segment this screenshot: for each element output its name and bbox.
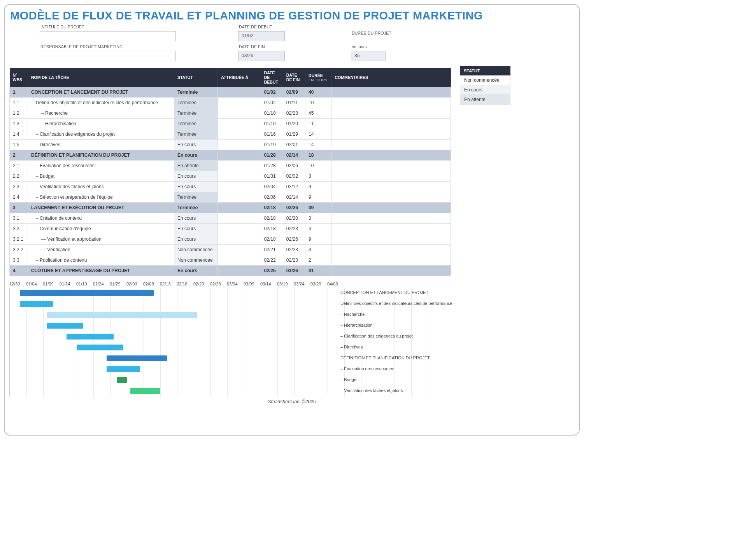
cell-start[interactable]: 01/19 xyxy=(261,140,283,150)
cell-end[interactable]: 02/23 xyxy=(283,108,305,119)
gantt-bar[interactable] xyxy=(67,334,113,340)
cell-status[interactable]: En attente xyxy=(174,161,217,171)
table-row[interactable]: 1,3– HiérarchisationTerminée01/1001/2011 xyxy=(10,119,451,129)
cell-status[interactable]: En cours xyxy=(174,171,217,182)
cell-end[interactable]: 02/12 xyxy=(283,182,305,192)
cell-status[interactable]: Non commencée xyxy=(174,245,217,255)
cell-assigned[interactable] xyxy=(218,182,261,192)
cell-status[interactable]: En cours xyxy=(174,234,217,245)
cell-status[interactable]: En cours xyxy=(174,224,217,234)
cell-start[interactable]: 02/21 xyxy=(261,245,283,255)
table-row[interactable]: 1,5– DirectivesEn cours01/1902/0114 xyxy=(10,140,451,150)
cell-status[interactable]: Non commencée xyxy=(174,255,217,266)
cell-comments[interactable] xyxy=(331,245,451,255)
cell-end[interactable]: 02/23 xyxy=(283,245,305,255)
cell-end[interactable]: 02/06 xyxy=(283,161,305,171)
cell-assigned[interactable] xyxy=(218,161,261,171)
field-project-name[interactable] xyxy=(40,31,176,41)
table-row[interactable]: 1CONCEPTION ET LANCEMENT DU PROJETTermin… xyxy=(10,87,451,98)
cell-comments[interactable] xyxy=(331,266,451,276)
cell-end[interactable]: 03/26 xyxy=(283,266,305,276)
cell-status[interactable]: Terminée xyxy=(174,119,217,129)
cell-comments[interactable] xyxy=(331,203,451,213)
gantt-bar[interactable] xyxy=(117,377,127,383)
field-manager[interactable] xyxy=(40,51,176,61)
cell-start[interactable]: 01/28 xyxy=(261,150,283,161)
gantt-bar[interactable] xyxy=(107,355,167,361)
cell-status[interactable]: En cours xyxy=(174,266,217,276)
gantt-bar[interactable] xyxy=(47,323,84,329)
gantt-bar[interactable] xyxy=(77,345,123,350)
cell-comments[interactable] xyxy=(331,108,451,119)
table-row[interactable]: 3.2.1— Vérification et approbationEn cou… xyxy=(10,234,451,245)
cell-assigned[interactable] xyxy=(218,108,261,119)
cell-status[interactable]: En cours xyxy=(174,182,217,192)
cell-end[interactable]: 02/23 xyxy=(283,255,305,266)
cell-comments[interactable] xyxy=(331,224,451,234)
cell-start[interactable]: 02/18 xyxy=(261,203,283,213)
cell-start[interactable]: 02/06 xyxy=(261,192,283,203)
cell-start[interactable]: 02/18 xyxy=(261,213,283,224)
cell-assigned[interactable] xyxy=(218,119,261,129)
cell-comments[interactable] xyxy=(331,234,451,245)
gantt-bar[interactable] xyxy=(20,301,53,307)
cell-end[interactable]: 03/26 xyxy=(283,203,305,213)
cell-assigned[interactable] xyxy=(218,213,261,224)
cell-comments[interactable] xyxy=(331,119,451,129)
table-row[interactable]: 3,1– Création de contenuEn cours02/1802/… xyxy=(10,213,451,224)
cell-end[interactable]: 01/29 xyxy=(283,129,305,140)
cell-start[interactable]: 01/10 xyxy=(261,119,283,129)
cell-status[interactable]: Terminée xyxy=(174,98,217,108)
cell-status[interactable]: En cours xyxy=(174,213,217,224)
cell-comments[interactable] xyxy=(331,255,451,266)
cell-assigned[interactable] xyxy=(218,224,261,234)
cell-end[interactable]: 02/26 xyxy=(283,234,305,245)
gantt-bar[interactable] xyxy=(130,388,160,394)
cell-comments[interactable] xyxy=(331,171,451,182)
cell-comments[interactable] xyxy=(331,161,451,171)
table-row[interactable]: 2.3– Ventilation des tâches et jalonsEn … xyxy=(10,182,451,192)
cell-comments[interactable] xyxy=(331,98,451,108)
field-end-date[interactable]: 03/26 xyxy=(238,51,285,61)
table-row[interactable]: 2,1– Évaluation des ressourcesEn attente… xyxy=(10,161,451,171)
cell-status[interactable]: Terminée xyxy=(174,87,217,98)
cell-start[interactable]: 02/18 xyxy=(261,224,283,234)
table-row[interactable]: 3,2– Communication d'équipeEn cours02/18… xyxy=(10,224,451,234)
cell-end[interactable]: 02/14 xyxy=(283,150,305,161)
cell-assigned[interactable] xyxy=(218,192,261,203)
cell-assigned[interactable] xyxy=(218,140,261,150)
gantt-bar[interactable] xyxy=(47,312,197,318)
cell-start[interactable]: 02/22 xyxy=(261,255,283,266)
cell-end[interactable]: 02/01 xyxy=(283,140,305,150)
cell-start[interactable]: 01/02 xyxy=(261,98,283,108)
table-row[interactable]: 2.2– BudgetEn cours01/3102/023 xyxy=(10,171,451,182)
table-row[interactable]: 3LANCEMENT ET EXÉCUTION DU PROJETTerminé… xyxy=(10,203,451,213)
field-duration[interactable]: 85 xyxy=(351,51,386,61)
table-row[interactable]: 2DÉFINITION ET PLANIFICATION DU PROJETEn… xyxy=(10,150,451,161)
cell-comments[interactable] xyxy=(331,150,451,161)
cell-end[interactable]: 02/02 xyxy=(283,171,305,182)
cell-start[interactable]: 02/25 xyxy=(261,266,283,276)
field-start-date[interactable]: 01/02 xyxy=(238,31,285,41)
table-row[interactable]: 1.2– RechercheTerminée01/1002/2345 xyxy=(10,108,451,119)
cell-status[interactable]: En cours xyxy=(174,140,217,150)
cell-start[interactable]: 01/31 xyxy=(261,171,283,182)
cell-end[interactable]: 01/20 xyxy=(283,119,305,129)
cell-comments[interactable] xyxy=(331,140,451,150)
cell-start[interactable]: 01/10 xyxy=(261,108,283,119)
cell-end[interactable]: 02/20 xyxy=(283,213,305,224)
cell-assigned[interactable] xyxy=(218,203,261,213)
cell-assigned[interactable] xyxy=(218,234,261,245)
table-row[interactable]: 1,1Définir des objectifs et des indicate… xyxy=(10,98,451,108)
cell-assigned[interactable] xyxy=(218,87,261,98)
cell-assigned[interactable] xyxy=(218,129,261,140)
cell-start[interactable]: 01/16 xyxy=(261,129,283,140)
cell-assigned[interactable] xyxy=(218,98,261,108)
cell-start[interactable]: 01/02 xyxy=(261,87,283,98)
cell-comments[interactable] xyxy=(331,213,451,224)
cell-assigned[interactable] xyxy=(218,245,261,255)
table-row[interactable]: 1,4– Clarification des exigences du proj… xyxy=(10,129,451,140)
cell-start[interactable]: 02/18 xyxy=(261,234,283,245)
table-row[interactable]: 4CLÔTURE ET APPRENTISSAGE DU PROJETEn co… xyxy=(10,266,451,276)
table-row[interactable]: 3.3– Publication de contenuNon commencée… xyxy=(10,255,451,266)
